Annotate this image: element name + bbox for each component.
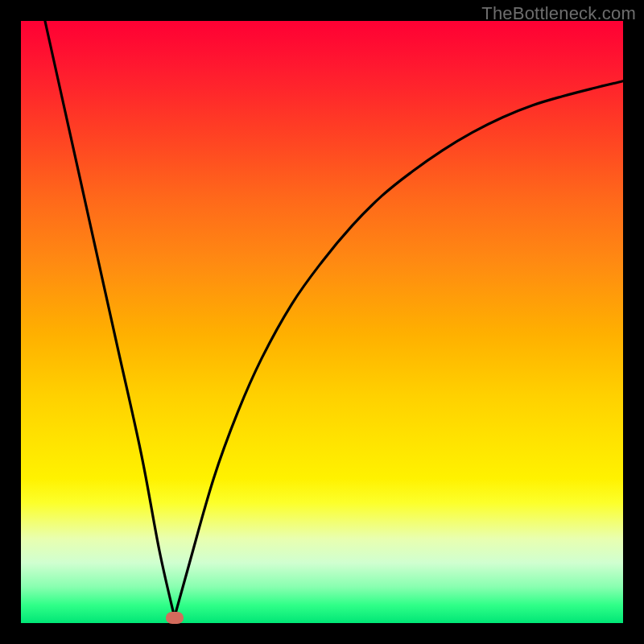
- chart-frame: TheBottleneck.com: [0, 0, 644, 644]
- watermark-text: TheBottleneck.com: [481, 3, 636, 24]
- optimal-point-marker: [166, 612, 184, 624]
- bottleneck-curve: [21, 21, 623, 623]
